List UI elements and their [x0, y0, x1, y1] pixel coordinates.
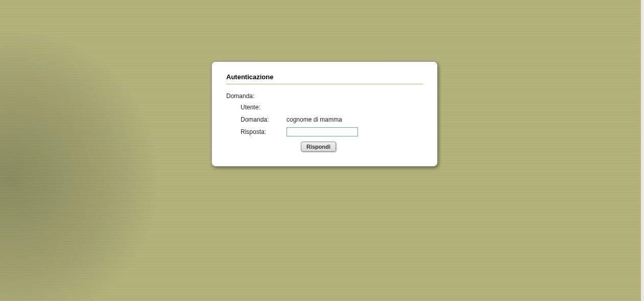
panel-title: Autenticazione — [226, 73, 423, 81]
submit-button[interactable]: Rispondi — [301, 142, 336, 152]
authentication-panel: Autenticazione Domanda: Utente: Domanda:… — [211, 61, 438, 167]
question-row: Domanda: cognome di mamma — [241, 115, 423, 124]
background-decoration — [0, 26, 204, 301]
answer-row: Risposta: — [241, 127, 423, 136]
answer-label: Risposta: — [241, 128, 287, 135]
user-row: Utente: — [241, 103, 423, 112]
form-container: Utente: Domanda: cognome di mamma Rispos… — [226, 103, 423, 152]
title-divider — [226, 84, 423, 84]
section-label: Domanda: — [226, 92, 423, 100]
user-label: Utente: — [241, 104, 287, 111]
question-value: cognome di mamma — [287, 116, 342, 123]
right-edge-strip — [641, 0, 644, 301]
answer-input[interactable] — [287, 127, 358, 136]
question-label: Domanda: — [241, 116, 287, 123]
button-row: Rispondi — [241, 142, 423, 152]
